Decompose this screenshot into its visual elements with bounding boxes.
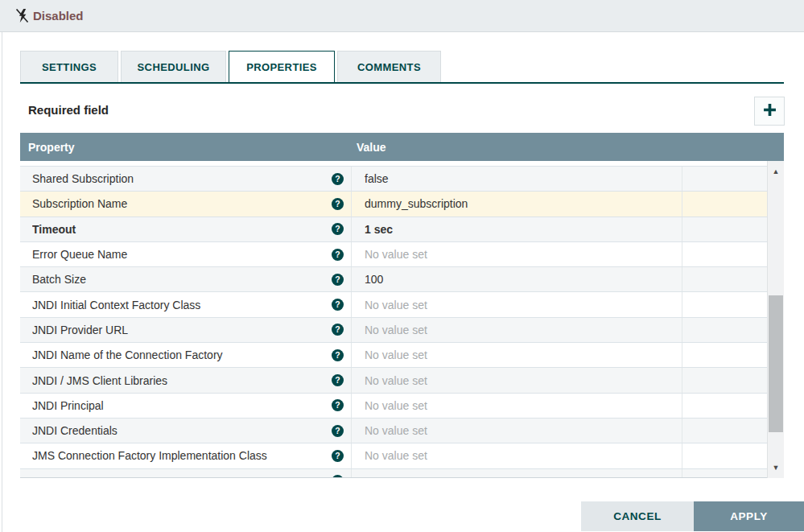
extra-cell <box>682 343 767 367</box>
question-mark-icon[interactable]: ? <box>332 450 344 462</box>
property-name: Timeout <box>32 223 332 236</box>
extra-cell <box>682 394 767 418</box>
tab-underline <box>20 82 784 84</box>
value-cell[interactable]: No value set <box>352 443 682 468</box>
table-row[interactable]: Batch Size?100 <box>20 267 767 292</box>
property-value: 100 <box>365 273 383 286</box>
table-row[interactable]: JNDI Name of the Connection Factory?No v… <box>20 343 767 368</box>
apply-button[interactable]: APPLY <box>694 501 804 531</box>
value-cell[interactable]: No value set <box>352 343 682 367</box>
property-cell: ? <box>20 469 352 477</box>
value-cell[interactable]: No value set <box>352 368 682 392</box>
column-header-property: Property <box>20 141 352 154</box>
question-mark-icon[interactable]: ? <box>332 475 344 477</box>
question-mark-icon[interactable]: ? <box>332 198 344 210</box>
value-cell[interactable]: 1 sec <box>352 217 682 241</box>
vertical-scrollbar[interactable]: ▲ ▼ <box>767 161 784 478</box>
column-header-value: Value <box>352 141 386 154</box>
question-mark-icon[interactable]: ? <box>332 274 344 286</box>
property-value: No value set <box>365 424 427 437</box>
tab-scheduling[interactable]: SCHEDULING <box>121 51 226 82</box>
table-row[interactable]: Subscription Name?dummy_subscription <box>20 192 767 217</box>
table-row[interactable]: Shared Subscription?false <box>20 167 767 192</box>
property-name: Batch Size <box>32 273 332 286</box>
value-cell[interactable]: false <box>352 167 682 191</box>
question-mark-icon[interactable]: ? <box>332 324 344 336</box>
property-cell: Subscription Name? <box>20 192 352 216</box>
extra-cell <box>682 292 767 316</box>
extra-cell <box>682 192 767 216</box>
table-row[interactable]: ? <box>20 469 767 477</box>
property-name: JNDI / JMS Client Libraries <box>32 374 332 387</box>
extra-cell <box>682 318 767 342</box>
table-row[interactable]: JNDI Initial Context Factory Class?No va… <box>20 292 767 317</box>
property-value: No value set <box>365 248 427 261</box>
tab-properties[interactable]: PROPERTIES <box>229 51 335 82</box>
up-arrow-icon[interactable]: ▲ <box>768 166 784 177</box>
table-rows: Shared Subscription?falseSubscription Na… <box>20 161 767 477</box>
property-value: No value set <box>365 374 427 387</box>
required-field-hint: Required field <box>28 103 109 117</box>
property-cell: Error Queue Name? <box>20 242 352 266</box>
property-value: dummy_subscription <box>365 197 468 210</box>
property-value: 1 sec <box>365 223 393 236</box>
property-value: No value set <box>365 449 427 462</box>
property-cell: JNDI Name of the Connection Factory? <box>20 343 352 367</box>
question-mark-icon[interactable]: ? <box>332 299 344 311</box>
table-row[interactable]: Timeout?1 sec <box>20 217 767 242</box>
value-cell[interactable]: No value set <box>352 419 682 443</box>
tab-comments[interactable]: COMMENTS <box>337 51 441 82</box>
extra-cell <box>682 443 767 468</box>
table-row[interactable]: Error Queue Name?No value set <box>20 242 767 267</box>
property-name: JNDI Name of the Connection Factory <box>32 348 332 361</box>
scrollbar-thumb[interactable] <box>769 295 783 432</box>
value-cell[interactable]: 100 <box>352 267 682 291</box>
extra-cell <box>682 469 767 477</box>
add-property-button[interactable] <box>754 97 785 126</box>
question-mark-icon[interactable]: ? <box>332 173 344 185</box>
property-name: JNDI Principal <box>32 399 332 412</box>
value-cell[interactable]: No value set <box>352 394 682 418</box>
extra-cell <box>682 267 767 291</box>
value-cell[interactable]: dummy_subscription <box>352 192 682 216</box>
table-row[interactable]: JNDI / JMS Client Libraries?No value set <box>20 368 767 393</box>
tab-bar: SETTINGSSCHEDULINGPROPERTIESCOMMENTS <box>20 51 441 82</box>
property-value: No value set <box>365 348 427 361</box>
property-cell: JNDI Credentials? <box>20 419 352 443</box>
table-row[interactable]: JNDI Provider URL?No value set <box>20 318 767 343</box>
table-row[interactable]: JMS Connection Factory Implementation Cl… <box>20 443 767 468</box>
property-cell: Shared Subscription? <box>20 167 352 191</box>
property-name: JNDI Credentials <box>32 424 332 437</box>
property-value: false <box>365 172 389 185</box>
value-cell[interactable] <box>352 469 682 477</box>
extra-cell <box>682 419 767 443</box>
processor-config-dialog: Disabled SETTINGSSCHEDULINGPROPERTIESCOM… <box>0 0 804 532</box>
property-cell: JNDI Principal? <box>20 394 352 418</box>
question-mark-icon[interactable]: ? <box>332 223 344 235</box>
dialog-left-border <box>2 32 2 532</box>
extra-cell <box>682 167 767 191</box>
cancel-button[interactable]: CANCEL <box>581 501 694 531</box>
property-name: JNDI Initial Context Factory Class <box>32 299 332 311</box>
dialog-status-header: Disabled <box>0 0 804 32</box>
tab-settings[interactable]: SETTINGS <box>20 51 118 82</box>
value-cell[interactable]: No value set <box>352 292 682 316</box>
property-cell: Timeout? <box>20 217 352 241</box>
extra-cell <box>682 368 767 392</box>
property-value: No value set <box>365 324 427 336</box>
property-name: Error Queue Name <box>32 248 332 261</box>
question-mark-icon[interactable]: ? <box>332 349 344 361</box>
question-mark-icon[interactable]: ? <box>332 249 344 261</box>
question-mark-icon[interactable]: ? <box>332 399 344 411</box>
status-label: Disabled <box>33 9 84 23</box>
property-cell: JNDI Provider URL? <box>20 318 352 342</box>
property-cell: JMS Connection Factory Implementation Cl… <box>20 443 352 468</box>
table-row[interactable]: JNDI Principal?No value set <box>20 394 767 419</box>
value-cell[interactable]: No value set <box>352 242 682 266</box>
extra-cell <box>682 242 767 266</box>
question-mark-icon[interactable]: ? <box>332 425 344 437</box>
value-cell[interactable]: No value set <box>352 318 682 342</box>
table-row[interactable]: JNDI Credentials?No value set <box>20 419 767 443</box>
question-mark-icon[interactable]: ? <box>332 374 344 386</box>
down-arrow-icon[interactable]: ▼ <box>768 462 784 473</box>
